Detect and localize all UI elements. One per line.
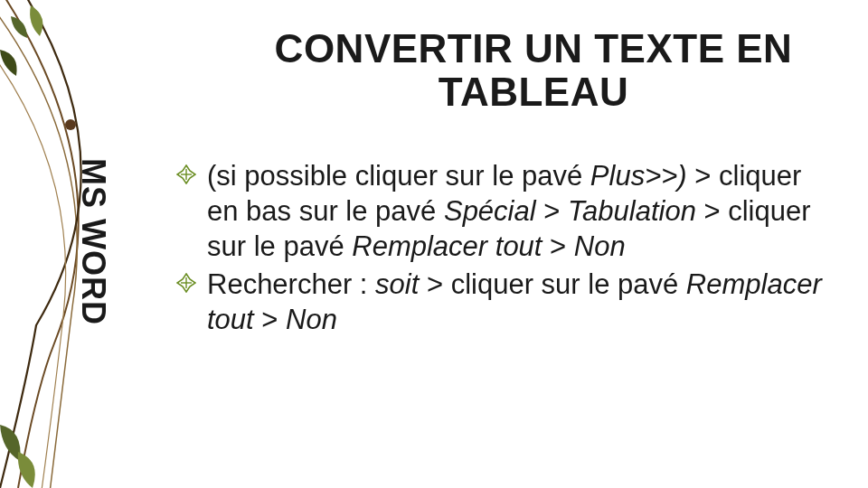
text-italic: Tabulation [568,195,696,227]
bullet-icon [176,273,196,293]
text-italic: Remplacer tout [352,230,542,262]
text: > [254,304,286,335]
text: > [536,195,568,227]
bullet-icon [176,164,196,184]
content-area: (si possible cliquer sur le pavé Plus>>)… [176,159,827,342]
sidebar-label: MS WORD [74,158,112,325]
svg-point-0 [65,119,76,130]
text: (si possible cliquer sur le pavé [207,160,590,192]
bullet-item-1: (si possible cliquer sur le pavé Plus>>)… [176,159,827,264]
slide: CONVERTIR UN TEXTE EN TABLEAU MS WORD (s… [0,0,868,488]
bullet-item-2: Rechercher : soit > cliquer sur le pavé … [176,267,827,338]
text: Rechercher : [207,268,375,300]
text-italic: Non [286,304,337,335]
text: > [542,230,573,262]
slide-title: CONVERTIR UN TEXTE EN TABLEAU [235,27,832,115]
text-italic: Non [574,230,626,262]
text-italic: Spécial [444,195,536,227]
text-italic: soit [375,268,427,300]
text: > cliquer sur le pavé [427,268,686,300]
text-italic: Plus>>) [590,160,687,192]
